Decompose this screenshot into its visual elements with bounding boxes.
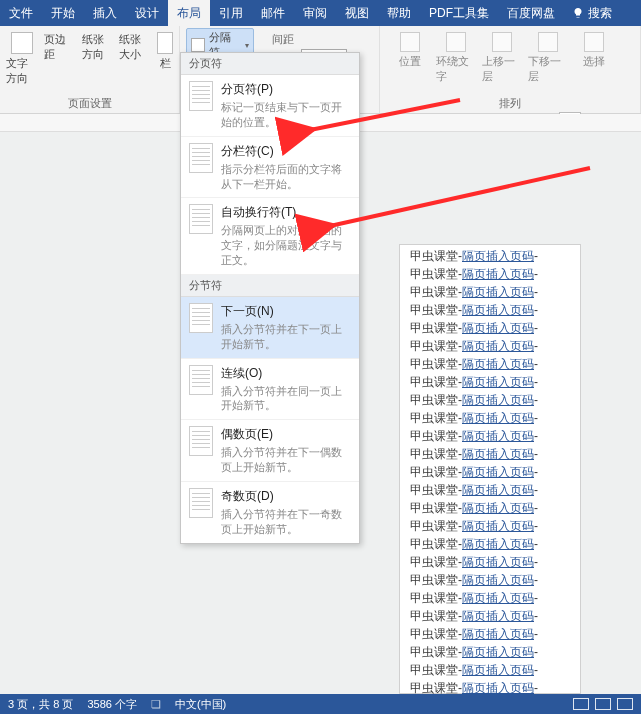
position-icon bbox=[400, 32, 420, 52]
columns-label: 栏 bbox=[160, 56, 171, 71]
tab-review[interactable]: 审阅 bbox=[294, 0, 336, 26]
document-line: 甲虫课堂-隔页插入页码- bbox=[400, 607, 580, 625]
tab-help[interactable]: 帮助 bbox=[378, 0, 420, 26]
menu-item-title: 连续(O) bbox=[221, 365, 351, 382]
breaks-icon bbox=[191, 38, 205, 52]
document-line: 甲虫课堂-隔页插入页码- bbox=[400, 499, 580, 517]
page-number-link[interactable]: 隔页插入页码 bbox=[462, 393, 534, 407]
next-page-icon bbox=[189, 303, 213, 333]
tell-me-search[interactable]: 搜索 bbox=[564, 0, 620, 26]
page-number-link[interactable]: 隔页插入页码 bbox=[462, 465, 534, 479]
status-word-count[interactable]: 3586 个字 bbox=[87, 697, 137, 712]
menu-bar: 文件 开始 插入 设计 布局 引用 邮件 审阅 视图 帮助 PDF工具集 百度网… bbox=[0, 0, 641, 26]
tab-view[interactable]: 视图 bbox=[336, 0, 378, 26]
menu-item-title: 偶数页(E) bbox=[221, 426, 351, 443]
svg-line-1 bbox=[330, 168, 590, 226]
annotation-arrow-1 bbox=[300, 100, 470, 144]
document-line: 甲虫课堂-隔页插入页码- bbox=[400, 283, 580, 301]
tab-design[interactable]: 设计 bbox=[126, 0, 168, 26]
view-print-icon[interactable] bbox=[595, 698, 611, 710]
page-number-link[interactable]: 隔页插入页码 bbox=[462, 429, 534, 443]
tab-references[interactable]: 引用 bbox=[210, 0, 252, 26]
menu-item-title: 分栏符(C) bbox=[221, 143, 351, 160]
annotation-arrow-2 bbox=[320, 168, 600, 242]
page-number-link[interactable]: 隔页插入页码 bbox=[462, 267, 534, 281]
document-line: 甲虫课堂-隔页插入页码- bbox=[400, 589, 580, 607]
document-line: 甲虫课堂-隔页插入页码- bbox=[400, 571, 580, 589]
page-number-link[interactable]: 隔页插入页码 bbox=[462, 609, 534, 623]
send-backward-icon bbox=[538, 32, 558, 52]
columns-button[interactable]: 栏 bbox=[157, 28, 173, 71]
wrap-text-button[interactable]: 环绕文字 bbox=[436, 32, 476, 84]
document-line: 甲虫课堂-隔页插入页码- bbox=[400, 625, 580, 643]
page-number-link[interactable]: 隔页插入页码 bbox=[462, 519, 534, 533]
page-number-link[interactable]: 隔页插入页码 bbox=[462, 303, 534, 317]
margins-button[interactable]: 页边距 bbox=[44, 28, 76, 62]
status-lang-icon: ❏ bbox=[151, 698, 161, 711]
document-line: 甲虫课堂-隔页插入页码- bbox=[400, 427, 580, 445]
page-number-link[interactable]: 隔页插入页码 bbox=[462, 537, 534, 551]
page-number-link[interactable]: 隔页插入页码 bbox=[462, 483, 534, 497]
even-page-icon bbox=[189, 426, 213, 456]
tab-pdf-tools[interactable]: PDF工具集 bbox=[420, 0, 498, 26]
page-number-link[interactable]: 隔页插入页码 bbox=[462, 555, 534, 569]
odd-page-icon bbox=[189, 488, 213, 518]
document-page[interactable]: 甲虫课堂-隔页插入页码-甲虫课堂-隔页插入页码-甲虫课堂-隔页插入页码-甲虫课堂… bbox=[399, 244, 581, 694]
page-number-link[interactable]: 隔页插入页码 bbox=[462, 249, 534, 263]
size-label: 纸张大小 bbox=[119, 32, 151, 62]
position-button[interactable]: 位置 bbox=[390, 32, 430, 69]
page-number-link[interactable]: 隔页插入页码 bbox=[462, 681, 534, 694]
search-placeholder: 搜索 bbox=[588, 5, 612, 22]
page-number-link[interactable]: 隔页插入页码 bbox=[462, 591, 534, 605]
page-number-link[interactable]: 隔页插入页码 bbox=[462, 501, 534, 515]
tab-file[interactable]: 文件 bbox=[0, 0, 42, 26]
menu-item-next-page[interactable]: 下一页(N) 插入分节符并在下一页上开始新节。 bbox=[181, 297, 359, 359]
tab-insert[interactable]: 插入 bbox=[84, 0, 126, 26]
orientation-button[interactable]: 纸张方向 bbox=[82, 28, 114, 62]
status-language[interactable]: 中文(中国) bbox=[175, 697, 226, 712]
orientation-label: 纸张方向 bbox=[82, 32, 114, 62]
page-number-link[interactable]: 隔页插入页码 bbox=[462, 357, 534, 371]
page-number-link[interactable]: 隔页插入页码 bbox=[462, 375, 534, 389]
page-number-link[interactable]: 隔页插入页码 bbox=[462, 339, 534, 353]
group-page-setup: 文字方向 页边距 纸张方向 纸张大小 栏 页面设置 bbox=[0, 26, 180, 113]
send-backward-button[interactable]: 下移一层 bbox=[528, 32, 568, 84]
chevron-down-icon: ▾ bbox=[245, 41, 249, 50]
menu-item-even-page[interactable]: 偶数页(E) 插入分节符并在下一偶数页上开始新节。 bbox=[181, 420, 359, 482]
bring-forward-label: 上移一层 bbox=[482, 54, 522, 84]
bring-forward-button[interactable]: 上移一层 bbox=[482, 32, 522, 84]
page-content: 甲虫课堂-隔页插入页码-甲虫课堂-隔页插入页码-甲虫课堂-隔页插入页码-甲虫课堂… bbox=[400, 245, 580, 694]
svg-line-0 bbox=[310, 100, 460, 130]
tab-baidu[interactable]: 百度网盘 bbox=[498, 0, 564, 26]
continuous-icon bbox=[189, 365, 213, 395]
view-web-icon[interactable] bbox=[617, 698, 633, 710]
page-number-link[interactable]: 隔页插入页码 bbox=[462, 321, 534, 335]
document-line: 甲虫课堂-隔页插入页码- bbox=[400, 643, 580, 661]
menu-item-continuous[interactable]: 连续(O) 插入分节符并在同一页上开始新节。 bbox=[181, 359, 359, 421]
tab-mail[interactable]: 邮件 bbox=[252, 0, 294, 26]
page-number-link[interactable]: 隔页插入页码 bbox=[462, 285, 534, 299]
text-wrapping-icon bbox=[189, 204, 213, 234]
tab-home[interactable]: 开始 bbox=[42, 0, 84, 26]
status-page-info[interactable]: 3 页，共 8 页 bbox=[8, 697, 73, 712]
menu-item-odd-page[interactable]: 奇数页(D) 插入分节符并在下一奇数页上开始新节。 bbox=[181, 482, 359, 543]
document-line: 甲虫课堂-隔页插入页码- bbox=[400, 355, 580, 373]
text-direction-button[interactable]: 文字方向 bbox=[6, 28, 38, 86]
page-number-link[interactable]: 隔页插入页码 bbox=[462, 627, 534, 641]
size-button[interactable]: 纸张大小 bbox=[119, 28, 151, 62]
page-number-link[interactable]: 隔页插入页码 bbox=[462, 447, 534, 461]
page-number-link[interactable]: 隔页插入页码 bbox=[462, 663, 534, 677]
document-line: 甲虫课堂-隔页插入页码- bbox=[400, 661, 580, 679]
selection-pane-button[interactable]: 选择 bbox=[574, 32, 614, 69]
page-number-link[interactable]: 隔页插入页码 bbox=[462, 573, 534, 587]
wrap-text-label: 环绕文字 bbox=[436, 54, 476, 84]
menu-item-desc: 插入分节符并在下一偶数页上开始新节。 bbox=[221, 445, 351, 475]
page-number-link[interactable]: 隔页插入页码 bbox=[462, 645, 534, 659]
view-read-icon[interactable] bbox=[573, 698, 589, 710]
document-line: 甲虫课堂-隔页插入页码- bbox=[400, 301, 580, 319]
lightbulb-icon bbox=[572, 7, 584, 19]
tab-layout[interactable]: 布局 bbox=[168, 0, 210, 26]
document-line: 甲虫课堂-隔页插入页码- bbox=[400, 535, 580, 553]
document-line: 甲虫课堂-隔页插入页码- bbox=[400, 373, 580, 391]
page-number-link[interactable]: 隔页插入页码 bbox=[462, 411, 534, 425]
